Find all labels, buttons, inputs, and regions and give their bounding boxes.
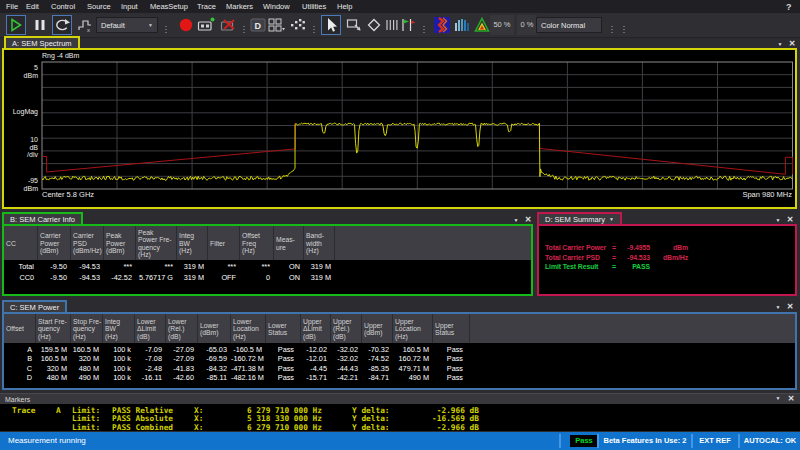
spectrogram-button[interactable] <box>432 15 452 35</box>
power-cell: 100 k <box>103 354 135 363</box>
preset-dropdown[interactable]: Default▼ <box>96 17 158 33</box>
carrier-col-header: Peak Power Fre- quency (Hz) <box>136 226 177 260</box>
carrier-table: CCCarrier Power (dBm)Carrier PSD (dBm/Hz… <box>4 226 531 294</box>
x-axis-center-label: Center 5.8 GHz <box>42 191 94 199</box>
menu-control[interactable]: Control <box>51 0 75 13</box>
power-cell: -27.09 <box>166 345 198 354</box>
carrier-cell: *** <box>136 262 177 271</box>
pause-button[interactable] <box>30 15 50 35</box>
carrier-header-row: CCCarrier Power (dBm)Carrier PSD (dBm/Hz… <box>4 226 531 260</box>
menu-trace[interactable]: Trace <box>197 0 216 13</box>
help-icon[interactable]: ? <box>786 0 792 13</box>
summary-unit: dBm <box>652 244 688 251</box>
power-cell: Pass <box>433 364 470 373</box>
menu-edit[interactable]: Edit <box>26 0 39 13</box>
density-button[interactable] <box>452 15 472 35</box>
spectrum-plot[interactable] <box>4 50 795 207</box>
y-axis-top-label: 5dBm <box>4 64 38 79</box>
summary-close-icon[interactable]: ✕ <box>785 215 795 224</box>
play-button[interactable] <box>6 15 26 35</box>
tab-sem-carrier-info[interactable]: B: SEM Carrier Info <box>2 212 83 226</box>
pointer-button[interactable] <box>321 15 341 35</box>
marker-diamond-button[interactable] <box>364 15 384 35</box>
plot-grid <box>42 62 793 189</box>
power-cell: 479.71 M <box>393 364 433 373</box>
spectrum-window: Rng -4 dBm 5dBm LogMag 10dB/div -95dBm C… <box>2 48 797 209</box>
power-col-header: Lower (Rel.) (dB) <box>166 314 198 343</box>
power-cell: -69.59 <box>198 354 231 363</box>
svg-text:x: x <box>87 27 90 33</box>
power-window: OffsetStart Fre- quency (Hz)Stop Fre- qu… <box>2 312 797 390</box>
cumulative-trace-button[interactable] <box>472 15 492 35</box>
x-axis-span-label: Span 980 MHz <box>642 191 792 199</box>
menu-meassetup[interactable]: MeasSetup <box>150 0 188 13</box>
power-close-icon[interactable]: ✕ <box>785 302 795 311</box>
tab-sem-spectrum[interactable]: A: SEM Spectrum <box>4 36 80 50</box>
power-cell: -12.02 <box>301 345 331 354</box>
summary-tab-caret-icon[interactable]: ▼ <box>609 216 614 222</box>
record-glyph <box>177 16 195 34</box>
toolbar-grip <box>422 25 426 34</box>
tab-sem-summary[interactable]: D: SEM Summary ▼ <box>537 212 622 226</box>
recording-button[interactable] <box>196 15 216 35</box>
power-cell: D <box>4 373 36 382</box>
playback-button[interactable] <box>218 15 238 35</box>
summary-collapse-icon[interactable]: ▼ <box>773 217 783 223</box>
carrier-cell: *** <box>104 262 136 271</box>
summary-value: PASS <box>618 263 650 270</box>
menu-markers[interactable]: Markers <box>226 0 253 13</box>
carrier-col-header: Meas- ure <box>274 226 304 260</box>
power-cell: Pass <box>266 345 301 354</box>
power-collapse-icon[interactable]: ▼ <box>773 304 783 310</box>
summary-value: -9.4955 <box>618 244 650 251</box>
markers-close-icon[interactable]: ✕ <box>786 394 796 403</box>
digital-demod-button[interactable]: D <box>248 15 268 35</box>
menu-window[interactable]: Window <box>263 0 290 13</box>
carrier-cell: -94.53 <box>71 273 104 282</box>
power-col-header: Stop Fre- quency (Hz) <box>71 314 103 343</box>
carrier-close-icon[interactable]: ✕ <box>523 215 533 224</box>
power-col-header: Lower (dBm) <box>198 314 231 343</box>
markers-title-bar[interactable]: Markers <box>0 393 800 404</box>
color-mode-dropdown[interactable]: Color Normal <box>536 17 602 33</box>
carrier-col-header: Carrier PSD (dBm/Hz) <box>71 226 104 260</box>
x-scale-button[interactable]: x <box>75 15 95 35</box>
tab-sem-power[interactable]: C: SEM Power <box>2 300 67 314</box>
power-cell: 490 M <box>71 373 103 382</box>
ext-ref-indicator[interactable]: EXT REF <box>693 432 737 450</box>
trace-height-50-button[interactable]: 50 % <box>490 15 514 35</box>
record-button[interactable] <box>176 15 196 35</box>
layout-button[interactable] <box>266 15 286 35</box>
carrier-collapse-icon[interactable]: ▼ <box>511 217 521 223</box>
spectrum-collapse-icon[interactable]: ▼ <box>775 41 785 47</box>
menu-file[interactable]: File <box>6 0 18 13</box>
power-cell: 320 M <box>71 354 103 363</box>
marker-y-label: Y delta: <box>352 423 398 432</box>
markers-collapse-icon[interactable]: ▼ <box>773 395 783 401</box>
spectrogram-glyph <box>433 16 451 34</box>
power-cell: B <box>4 354 36 363</box>
trace-height-0-button[interactable]: 0 % <box>517 15 537 35</box>
status-message: Measurement running <box>8 432 86 450</box>
power-cell: Pass <box>433 354 470 363</box>
menu-input[interactable]: Input <box>121 0 138 13</box>
pointer-glyph <box>322 16 340 34</box>
menu-source[interactable]: Source <box>87 0 111 13</box>
limit-flags-button[interactable] <box>398 15 418 35</box>
power-cell: Pass <box>266 364 301 373</box>
constellation-button[interactable] <box>288 15 308 35</box>
autocal-indicator[interactable]: AUTOCAL: OK <box>740 432 800 450</box>
spectrum-close-icon[interactable]: ✕ <box>787 39 797 48</box>
zoom-select-glyph <box>345 16 363 34</box>
menu-help[interactable]: Help <box>337 0 352 13</box>
power-cell: 159.5 M <box>36 345 71 354</box>
power-col-header: Lower Location (Hz) <box>231 314 266 343</box>
zoom-select-button[interactable] <box>344 15 364 35</box>
marker-row: Limit:PASS CombinedX:6 279 710 000 HzY d… <box>0 423 800 432</box>
power-cell: -16.11 <box>135 373 166 382</box>
menu-utilities[interactable]: Utilities <box>302 0 326 13</box>
power-cell: A <box>4 345 36 354</box>
restart-button[interactable] <box>52 15 72 35</box>
beta-features-indicator[interactable]: Beta Features In Use: 2 <box>599 432 691 450</box>
menu-bar: FileEditControlSourceInputMeasSetupTrace… <box>0 0 800 13</box>
